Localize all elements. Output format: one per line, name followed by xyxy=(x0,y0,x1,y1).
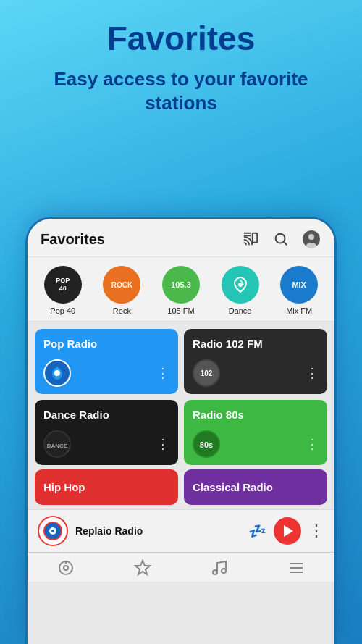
genre-icon-dance xyxy=(222,266,259,304)
station-title-pop-radio: Pop Radio xyxy=(43,338,169,350)
svg-marker-24 xyxy=(135,561,150,574)
genre-icon-105fm: 105.3 xyxy=(162,266,200,304)
now-playing-title: Replaio Radio xyxy=(75,525,241,537)
genre-label-mixfm: Mix FM xyxy=(286,306,312,315)
favorites-icon xyxy=(133,559,152,577)
search-icon[interactable] xyxy=(271,229,291,249)
play-button[interactable] xyxy=(274,517,301,545)
bottom-card-classical[interactable]: Classical Radio xyxy=(184,469,327,505)
svg-point-22 xyxy=(64,566,68,570)
menu-icon xyxy=(287,559,306,577)
station-logo-radio102: 102 xyxy=(193,359,220,387)
bottom-card-title-hiphop: Hip Hop xyxy=(43,481,169,493)
now-playing-logo xyxy=(38,516,68,546)
station-card-radio102[interactable]: Radio 102 FM 102 ⋮ xyxy=(184,329,327,394)
sleep-icon[interactable]: 💤 xyxy=(248,522,266,540)
station-bottom-radio80s: 80s ⋮ xyxy=(193,430,319,458)
nav-radio[interactable] xyxy=(56,559,75,577)
svg-text:80s: 80s xyxy=(200,440,213,449)
station-card-dance-radio[interactable]: Dance Radio DANCE ⋮ xyxy=(35,400,178,465)
svg-text:DANCE: DANCE xyxy=(47,443,68,449)
svg-point-10 xyxy=(54,370,60,376)
genre-mixfm[interactable]: MIX Mix FM xyxy=(280,266,318,315)
nav-menu[interactable] xyxy=(287,559,306,577)
svg-point-25 xyxy=(213,570,217,574)
music-icon xyxy=(210,559,229,577)
app-bar: Favorites xyxy=(28,219,334,257)
radio-icon xyxy=(56,559,75,577)
station-logo-radio80s: 80s xyxy=(193,430,220,458)
now-playing-controls: 💤 ⋮ xyxy=(248,517,324,545)
station-card-pop-radio[interactable]: Pop Radio ⋮ xyxy=(35,329,178,394)
genre-icon-mixfm: MIX xyxy=(280,266,318,304)
station-bottom-radio102: 102 ⋮ xyxy=(193,359,319,387)
bottom-nav xyxy=(28,552,334,582)
page-subtitle: Easy access to your favorite stations xyxy=(0,67,362,117)
account-icon[interactable] xyxy=(301,229,321,249)
bottom-cards: Hip Hop Classical Radio xyxy=(28,469,334,509)
more-dots-radio80s[interactable]: ⋮ xyxy=(306,436,319,452)
genre-105fm[interactable]: 105.3 105 FM xyxy=(162,266,200,315)
nav-music[interactable] xyxy=(210,559,229,577)
more-dots-dance-radio[interactable]: ⋮ xyxy=(156,436,169,452)
more-dots-pop-radio[interactable]: ⋮ xyxy=(156,365,169,381)
svg-point-6 xyxy=(308,234,314,240)
page-title: Favorites xyxy=(0,0,362,57)
app-bar-title: Favorites xyxy=(41,231,240,248)
station-logo-dance-radio: DANCE xyxy=(43,430,71,458)
svg-point-8 xyxy=(238,283,243,287)
bottom-card-hiphop[interactable]: Hip Hop xyxy=(35,469,178,505)
svg-text:102: 102 xyxy=(201,369,213,377)
phone-mockup: Favorites xyxy=(25,217,337,644)
play-triangle xyxy=(284,525,293,537)
more-options-icon[interactable]: ⋮ xyxy=(308,522,324,540)
bottom-card-title-classical: Classical Radio xyxy=(193,481,319,493)
svg-point-20 xyxy=(51,530,54,532)
svg-line-4 xyxy=(284,242,287,245)
now-playing-bar: Replaio Radio 💤 ⋮ xyxy=(28,509,334,552)
station-card-radio80s[interactable]: Radio 80s 80s ⋮ xyxy=(184,400,327,465)
station-bottom-dance-radio: DANCE ⋮ xyxy=(43,430,169,458)
genre-icon-rock: ROCK xyxy=(103,266,140,304)
svg-point-3 xyxy=(276,234,285,243)
station-title-radio102: Radio 102 FM xyxy=(193,338,319,350)
genre-dance[interactable]: Dance xyxy=(222,266,259,315)
station-bottom-pop-radio: ⋮ xyxy=(43,359,169,387)
svg-point-26 xyxy=(222,569,226,573)
genre-label-rock: Rock xyxy=(113,306,131,315)
app-bar-icons xyxy=(240,229,321,249)
genre-pop40[interactable]: POP40 Pop 40 xyxy=(44,266,82,315)
station-title-dance-radio: Dance Radio xyxy=(43,409,169,421)
svg-rect-0 xyxy=(253,233,257,243)
nav-favorites[interactable] xyxy=(133,559,152,577)
station-logo-pop-radio xyxy=(43,359,71,387)
more-dots-radio102[interactable]: ⋮ xyxy=(306,365,319,381)
genre-label-dance: Dance xyxy=(229,306,252,315)
genre-label-105fm: 105 FM xyxy=(167,306,194,315)
genre-rock[interactable]: ROCK Rock xyxy=(103,266,140,315)
svg-point-7 xyxy=(306,243,316,248)
cast-icon[interactable] xyxy=(240,229,261,249)
genre-label-pop40: Pop 40 xyxy=(50,306,75,315)
station-title-radio80s: Radio 80s xyxy=(193,409,319,421)
genre-icon-pop40: POP40 xyxy=(44,266,82,304)
station-grid: Pop Radio ⋮ Radio 102 FM 1 xyxy=(28,322,334,469)
genre-row: POP40 Pop 40 ROCK Rock 105.3 105 FM xyxy=(28,257,334,322)
